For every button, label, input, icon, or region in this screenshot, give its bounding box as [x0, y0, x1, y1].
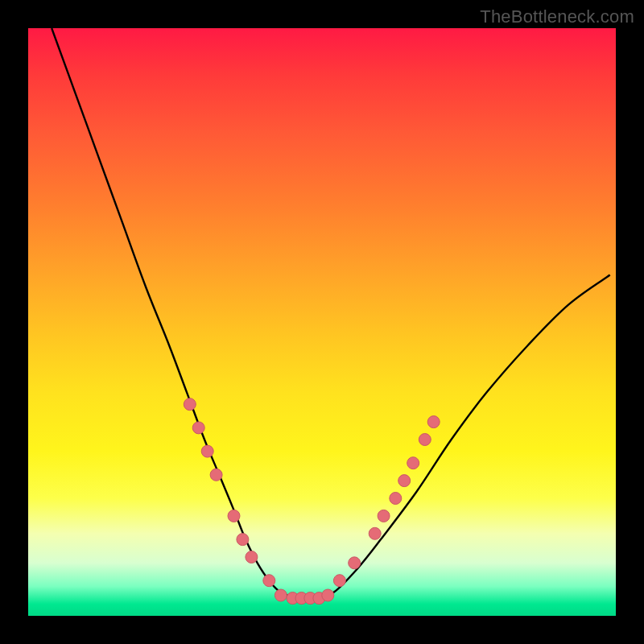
- data-marker: [398, 475, 411, 487]
- data-marker: [237, 534, 249, 546]
- marker-group: [184, 398, 440, 605]
- data-marker: [349, 557, 361, 569]
- data-marker: [407, 457, 419, 469]
- data-marker: [246, 551, 258, 564]
- data-marker: [390, 493, 402, 505]
- data-marker: [210, 469, 222, 481]
- data-marker: [275, 589, 287, 601]
- data-marker: [427, 416, 440, 428]
- data-marker: [378, 510, 390, 522]
- chart-frame: TheBottleneck.com: [0, 0, 644, 644]
- bottleneck-curve: [52, 28, 610, 599]
- watermark-text: TheBottleneck.com: [480, 6, 634, 27]
- data-marker: [184, 398, 196, 411]
- data-marker: [192, 422, 204, 434]
- data-marker: [333, 575, 345, 587]
- data-marker: [369, 527, 381, 539]
- plot-area: [28, 28, 616, 616]
- data-marker: [201, 445, 213, 457]
- data-marker: [228, 510, 240, 522]
- data-marker: [322, 589, 334, 601]
- data-marker: [263, 575, 275, 587]
- data-marker: [419, 434, 431, 446]
- chart-svg: [28, 28, 616, 616]
